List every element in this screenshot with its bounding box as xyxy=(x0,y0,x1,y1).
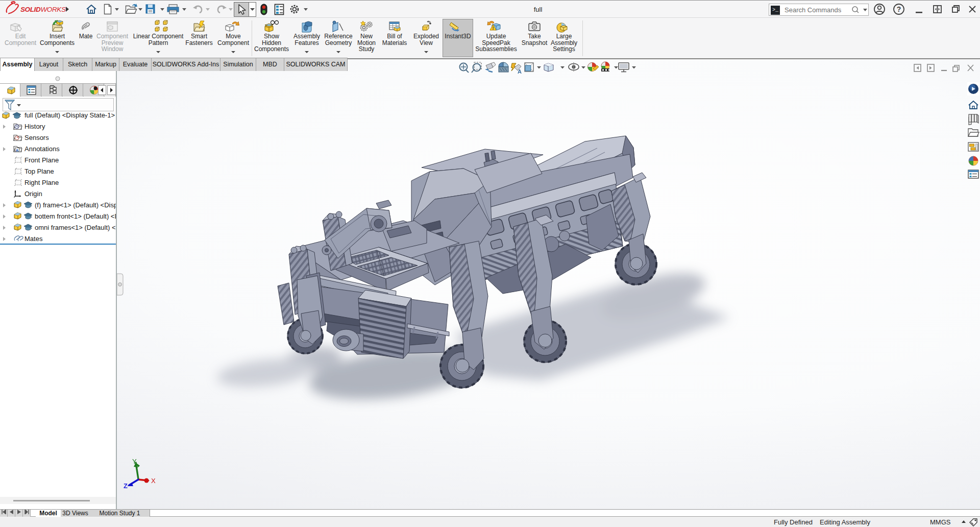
svg-text:WORKS: WORKS xyxy=(41,6,66,13)
svg-text:X: X xyxy=(151,477,156,485)
svg-text:Z: Z xyxy=(124,482,128,490)
svg-text:SOLID: SOLID xyxy=(20,6,41,13)
svg-text:Y: Y xyxy=(132,458,137,465)
svg-text:A: A xyxy=(518,68,522,75)
svg-text:!: ! xyxy=(493,26,494,31)
svg-text:?: ? xyxy=(897,5,901,13)
